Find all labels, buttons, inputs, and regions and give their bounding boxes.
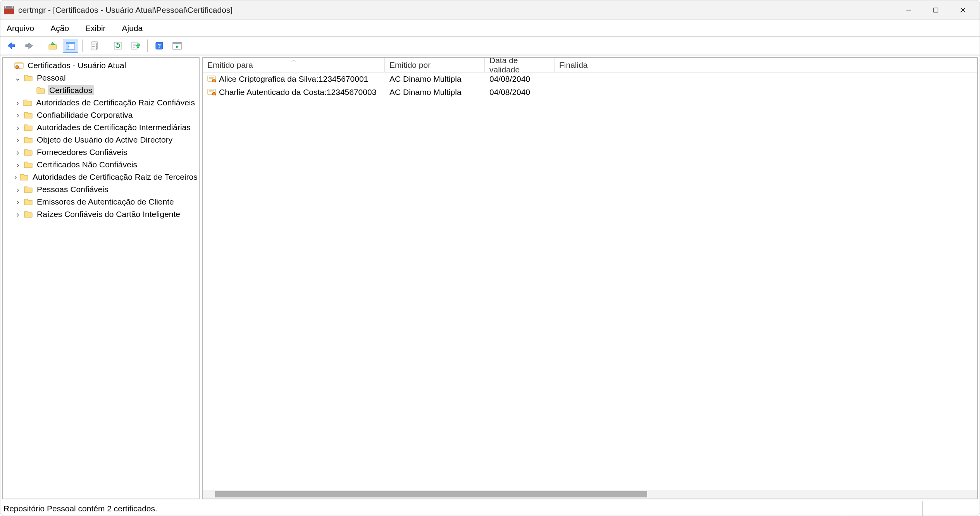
tree-item[interactable]: ›Emissores de Autenticação de Cliente [5,196,196,208]
tree-root-label: Certificados - Usuário Atual [26,60,127,71]
titlebar: certmgr - [Certificados - Usuário Atual\… [0,0,980,20]
status-segment [922,501,977,516]
horizontal-scrollbar[interactable] [203,490,977,499]
column-purpose-label: Finalida [559,60,588,70]
column-expiry-label: Data de validade [489,57,549,74]
show-hide-tree-button[interactable] [63,39,78,53]
app-icon [3,5,14,15]
tree-item[interactable]: ›Raízes Confiáveis do Cartão Inteligente [5,208,196,220]
tree-item[interactable]: ›Autoridades de Certificação Intermediár… [5,121,196,134]
svg-marker-9 [26,43,33,49]
chevron-right-icon[interactable]: › [14,135,21,144]
chevron-right-icon[interactable]: › [14,148,21,157]
tree-item[interactable]: ›Objeto de Usuário do Active Directory [5,134,196,146]
tree-item-label: Autoridades de Certificação Raiz de Terc… [31,172,199,182]
up-button[interactable] [45,39,60,53]
folder-icon [24,186,33,193]
tree-item[interactable]: ›Pessoas Confiáveis [5,183,196,196]
minimize-button[interactable] [895,0,922,20]
menu-help[interactable]: Ajuda [120,22,145,34]
tree-item[interactable]: ›Fornecedores Confiáveis [5,146,196,158]
menu-file[interactable]: Arquivo [4,22,36,34]
certificate-icon [207,88,217,96]
statusbar: Repositório Pessoal contém 2 certificado… [0,501,980,516]
close-button[interactable] [949,0,977,20]
tree-item-label: Raízes Confiáveis do Cartão Inteligente [35,209,182,219]
help-button[interactable]: ? [152,39,167,53]
chevron-right-icon[interactable]: › [14,160,21,169]
tree: Certificados - Usuário Atual ⌄PessoalCer… [3,58,199,222]
tree-item[interactable]: ⌄Pessoal [5,72,196,84]
svg-rect-32 [173,42,181,44]
options-button[interactable] [169,39,185,53]
toolbar-separator [41,40,41,52]
status-segment [845,501,922,516]
tree-item-label: Confiabilidade Corporativa [35,110,134,120]
chevron-right-icon[interactable]: › [14,197,21,206]
chevron-right-icon[interactable]: › [14,123,21,132]
tree-item-label: Autoridades de Certificação Raiz Confiáv… [34,98,196,108]
tree-item[interactable]: ›Autoridades de Certificação Raiz de Ter… [5,171,196,183]
chevron-right-icon[interactable]: › [14,98,21,107]
back-button[interactable] [3,39,19,53]
forward-button[interactable] [21,39,37,53]
folder-icon [24,148,33,156]
sort-asc-icon: ︿ [291,57,296,64]
svg-rect-13 [66,42,75,44]
svg-rect-10 [49,45,57,49]
svg-rect-5 [934,8,938,12]
cell-issued-by: AC Dinamo Multipla [385,74,485,84]
list-pane[interactable]: ︿ Emitido para Emitido por Data de valid… [202,57,978,499]
toolbar-separator [147,40,148,52]
scrollbar-thumb[interactable] [215,491,647,497]
tree-item-label: Objeto de Usuário do Active Directory [35,135,174,145]
column-issued-by-label: Emitido por [389,60,431,70]
tree-pane[interactable]: Certificados - Usuário Atual ⌄PessoalCer… [2,57,200,499]
svg-text:?: ? [158,43,161,49]
menu-view[interactable]: Exibir [83,22,108,34]
chevron-right-icon[interactable]: › [14,185,21,194]
cell-issued-to: Charlie Autenticado da Costa:12345670003 [203,88,385,97]
tree-item[interactable]: ›Autoridades de Certificação Raiz Confiá… [5,96,196,109]
tree-root[interactable]: Certificados - Usuário Atual [5,59,196,72]
svg-point-41 [212,79,215,82]
maximize-button[interactable] [922,0,949,20]
cell-issued-by: AC Dinamo Multipla [385,88,485,97]
column-purpose[interactable]: Finalida [555,58,977,72]
menubar: Arquivo Ação Exibir Ajuda [0,20,980,37]
tree-item[interactable]: ›Certificados Não Confiáveis [5,158,196,171]
tree-item-label: Certificados [48,85,94,95]
folder-icon [24,198,33,206]
chevron-right-icon[interactable]: › [14,210,21,219]
svg-rect-3 [12,6,13,8]
tree-item-label: Pessoal [35,73,67,83]
tree-item-label: Pessoas Confiáveis [35,184,110,194]
menu-action[interactable]: Ação [48,22,71,34]
list-rows: Alice Criptografica da Silva:12345670001… [203,72,977,490]
column-expiry[interactable]: Data de validade [485,58,555,72]
properties-button[interactable] [86,39,102,53]
tree-item-label: Fornecedores Confiáveis [35,147,129,157]
column-issued-by[interactable]: Emitido por [385,58,485,72]
chevron-right-icon[interactable]: › [14,172,17,182]
toolbar: ? [0,37,980,55]
tree-item[interactable]: ›Confiabilidade Corporativa [5,109,196,121]
folder-icon [24,136,33,144]
tree-item[interactable]: Certificados [5,84,196,96]
status-text: Repositório Pessoal contém 2 certificado… [3,504,845,513]
chevron-right-icon[interactable]: › [14,110,21,120]
refresh-button[interactable] [110,39,126,53]
cell-issued-to: Alice Criptografica da Silva:12345670001 [203,74,385,84]
chevron-down-icon[interactable]: ⌄ [14,73,21,83]
column-issued-to[interactable]: ︿ Emitido para [203,58,385,72]
toolbar-separator [106,40,106,52]
scrollbar-track [204,491,976,497]
svg-point-36 [16,65,19,69]
svg-rect-35 [15,63,23,64]
table-row[interactable]: Alice Criptografica da Silva:12345670001… [203,72,977,86]
folder-icon [19,173,29,181]
window-title: certmgr - [Certificados - Usuário Atual\… [18,5,233,15]
export-list-button[interactable] [128,39,143,53]
svg-marker-8 [8,43,15,49]
table-row[interactable]: Charlie Autenticado da Costa:12345670003… [203,86,977,99]
